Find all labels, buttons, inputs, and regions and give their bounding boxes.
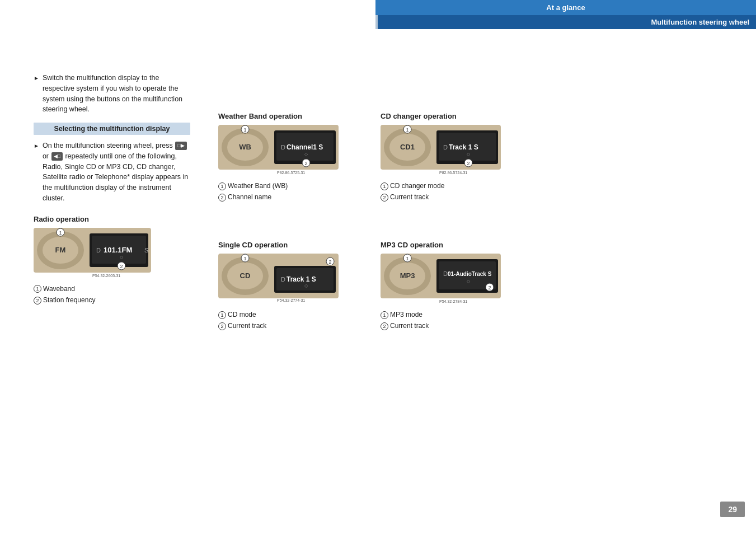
cd-changer-labels: 1CD changer mode 2Current track [381, 180, 501, 203]
svg-text:1: 1 [406, 256, 408, 261]
single-cd-labels: 1CD mode 2Current track [218, 309, 339, 332]
svg-text:D: D [443, 270, 448, 277]
weather-band-title: Weather Band operation [218, 112, 339, 120]
svg-text:2: 2 [467, 161, 469, 166]
svg-text:D: D [281, 144, 285, 151]
page-number: 29 [720, 502, 745, 517]
bullet-arrow-1: ► [34, 74, 39, 115]
svg-text:Track 1  S: Track 1 S [287, 275, 316, 283]
radio-num-1: 1 [34, 285, 41, 293]
svg-text:D: D [96, 247, 101, 254]
at-a-glance-label: At a glance [375, 0, 756, 15]
bullet-item-1: ► Switch the multifunction display to th… [34, 73, 190, 115]
weather-band-section: Weather Band operation 1 WB D Channel1 S… [218, 112, 339, 203]
svg-text:2: 2 [120, 264, 123, 269]
button-icon-2: ◀□ [51, 152, 63, 161]
mp3-cd-title: MP3 CD operation [381, 241, 501, 249]
svg-text:P82.86-5724-31: P82.86-5724-31 [439, 171, 467, 175]
bullet-arrow-2: ► [34, 142, 39, 204]
svg-text:1: 1 [406, 127, 408, 133]
svg-text:◇: ◇ [304, 152, 308, 157]
svg-text:◇: ◇ [467, 152, 471, 157]
radio-diagram: 1 FM D 101.1FM S ◇ 2 P54.32-2605-31 1Wav… [34, 228, 190, 306]
svg-text:P54.32-2605-31: P54.32-2605-31 [92, 274, 120, 278]
svg-text:◇: ◇ [304, 283, 308, 288]
svg-text:P54.32-2774-31: P54.32-2774-31 [277, 298, 305, 302]
mp3-cd-diagram: 1 MP3 D 01-AudioTrack S ◇ 2 P54.32-2784-… [381, 254, 501, 304]
svg-text:1: 1 [243, 127, 246, 133]
svg-text:P82.86-5725-31: P82.86-5725-31 [277, 171, 305, 175]
svg-text:CD1: CD1 [400, 143, 415, 151]
bullet-item-2: ► On the multifunction steering wheel, p… [34, 140, 190, 204]
mp3-cd-section: MP3 CD operation 1 MP3 D 01-AudioTrack S… [381, 241, 501, 332]
svg-text:MP3: MP3 [400, 271, 415, 280]
radio-num-2: 2 [34, 297, 41, 305]
svg-text:Track 1  S: Track 1 S [449, 143, 478, 151]
svg-text:1: 1 [59, 230, 62, 236]
bullet-text-2: On the multifunction steering wheel, pre… [43, 140, 190, 204]
svg-text:D: D [281, 276, 285, 283]
cd-changer-section: CD changer operation 1 CD1 D Track 1 S ◇… [381, 112, 501, 203]
svg-text:2: 2 [304, 161, 307, 166]
multifunction-label: Multifunction steering wheel [375, 15, 756, 29]
button-icon-1: □▶ [175, 142, 186, 151]
svg-text:WB: WB [239, 143, 251, 151]
svg-text:D: D [443, 144, 448, 151]
left-column: ► Switch the multifunction display to th… [34, 73, 190, 306]
svg-text:Channel1 S: Channel1 S [287, 143, 323, 151]
svg-text:◇: ◇ [120, 255, 124, 260]
mp3-cd-labels: 1MP3 mode 2Current track [381, 309, 501, 332]
svg-text:S: S [144, 247, 148, 254]
radio-operation-title: Radio operation [34, 215, 190, 223]
svg-text:2: 2 [328, 259, 331, 265]
svg-text:P54.32-2784-31: P54.32-2784-31 [439, 299, 467, 303]
cd-changer-diagram: 1 CD1 D Track 1 S ◇ 2 P82.86-5724-31 [381, 125, 501, 175]
svg-text:2: 2 [488, 285, 491, 291]
radio-labels: 1Waveband 2Station frequency [34, 283, 190, 306]
single-cd-section: Single CD operation 1 CD 2 D Track 1 S ◇… [218, 241, 339, 332]
weather-band-labels: 1Weather Band (WB) 2Channel name [218, 180, 339, 203]
single-cd-title: Single CD operation [218, 241, 339, 249]
svg-text:◇: ◇ [467, 279, 471, 284]
radio-diagram-svg: 1 FM D 101.1FM S ◇ 2 P54.32-2605-31 [34, 228, 151, 278]
svg-text:CD: CD [240, 271, 251, 280]
single-cd-diagram: 1 CD 2 D Track 1 S ◇ P54.32-2774-31 [218, 254, 339, 304]
svg-text:1: 1 [243, 256, 246, 261]
svg-text:FM: FM [55, 246, 66, 254]
section-title: Selecting the multifunction display [34, 123, 190, 135]
header: At a glance Multifunction steering wheel [375, 0, 756, 29]
bullet-text-1: Switch the multifunction display to the … [43, 73, 190, 115]
cd-changer-title: CD changer operation [381, 112, 501, 120]
weather-band-diagram: 1 WB D Channel1 S ◇ 2 P82.86-5725-31 [218, 125, 339, 175]
svg-text:01-AudioTrack S: 01-AudioTrack S [448, 271, 492, 277]
svg-text:101.1FM: 101.1FM [104, 246, 132, 254]
